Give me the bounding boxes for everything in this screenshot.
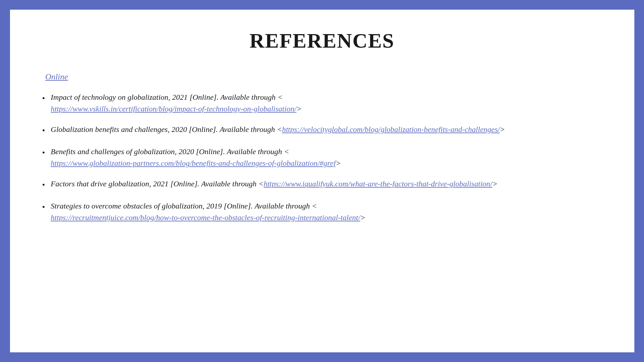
ref-4-link[interactable]: https://www.iqualifyuk.com/what-are-the-… (264, 180, 492, 188)
ref-2-text: Globalization benefits and challenges, 2… (51, 124, 602, 135)
ref-1-text: Impact of technology on globalization, 2… (51, 91, 602, 115)
list-item: • Impact of technology on globalization,… (42, 91, 602, 115)
ref-2-link[interactable]: https://velocityglobal.com/blog/globaliz… (282, 125, 500, 134)
list-item: • Benefits and challenges of globalizati… (42, 146, 602, 169)
bullet-icon: • (42, 92, 45, 105)
ref-4-text: Factors that drive globalization, 2021 [… (51, 178, 602, 190)
ref-5-link[interactable]: https://recruitmentjuice.com/blog/how-to… (51, 213, 360, 222)
list-item: • Globalization benefits and challenges,… (42, 124, 602, 137)
bullet-icon: • (42, 201, 45, 213)
page-title: REFERENCES (42, 29, 602, 53)
ref-1-link[interactable]: https://www.vskills.in/certification/blo… (51, 105, 296, 113)
list-item: • Factors that drive globalization, 2021… (42, 178, 602, 191)
slide: REFERENCES Online • Impact of technology… (10, 10, 634, 352)
references-list: • Impact of technology on globalization,… (42, 91, 602, 223)
ref-3-text: Benefits and challenges of globalization… (51, 146, 602, 169)
ref-3-link[interactable]: https://www.globalization-partners.com/b… (51, 159, 336, 167)
bullet-icon: • (42, 146, 45, 159)
list-item: • Strategies to overcome obstacles of gl… (42, 200, 602, 223)
ref-5-text: Strategies to overcome obstacles of glob… (51, 200, 602, 223)
bullet-icon: • (42, 179, 45, 191)
bullet-icon: • (42, 124, 45, 137)
section-label: Online (45, 72, 602, 82)
